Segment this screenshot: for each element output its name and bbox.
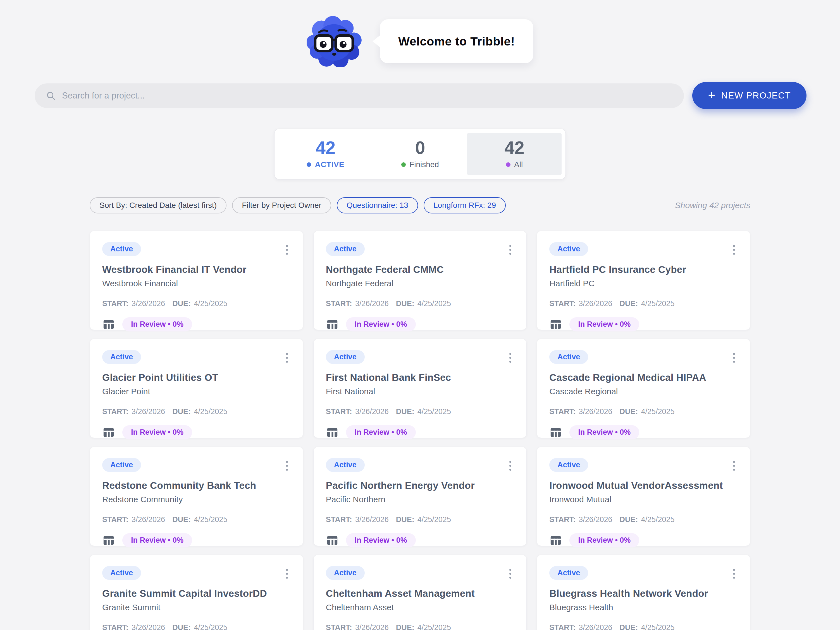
- progress-status-pill[interactable]: In Review • 0%: [569, 425, 639, 439]
- project-title: Cascade Regional Medical HIPAA: [549, 372, 738, 383]
- project-dates: START: 3/26/2026 DUE: 4/25/2025: [326, 623, 515, 630]
- kebab-menu-icon[interactable]: [730, 351, 738, 365]
- stat-finished-label: Finished: [409, 160, 439, 169]
- start-date: 3/26/2026: [355, 623, 389, 630]
- project-subtitle: Hartfield PC: [549, 279, 738, 288]
- project-dates: START: 3/26/2026 DUE: 4/25/2025: [102, 407, 291, 416]
- project-card[interactable]: Active Redstone Community Bank Tech Reds…: [90, 447, 303, 546]
- project-subtitle: Westbrook Financial: [102, 279, 291, 288]
- progress-status-pill[interactable]: In Review • 0%: [122, 425, 192, 439]
- project-card[interactable]: Active Cascade Regional Medical HIPAA Ca…: [537, 339, 750, 438]
- start-label: START:: [326, 515, 352, 524]
- project-title: Pacific Northern Energy Vendor: [326, 480, 515, 491]
- stat-all[interactable]: 42 All: [467, 133, 562, 175]
- project-title: Westbrook Financial IT Vendor: [102, 264, 291, 275]
- project-subtitle: Granite Summit: [102, 603, 291, 612]
- longform-rfx-filter-button[interactable]: Longform RFx: 29: [424, 197, 506, 213]
- progress-status-pill[interactable]: In Review • 0%: [569, 317, 639, 331]
- progress-status-pill[interactable]: In Review • 0%: [122, 533, 192, 547]
- status-badge: Active: [549, 458, 588, 472]
- project-card[interactable]: Active Ironwood Mutual VendorAssessment …: [537, 447, 750, 546]
- project-card[interactable]: Active Northgate Federal CMMC Northgate …: [313, 231, 527, 330]
- project-title: First National Bank FinSec: [326, 372, 515, 383]
- due-label: DUE:: [172, 515, 191, 524]
- search-input[interactable]: [62, 91, 678, 101]
- card-footer: In Review • 0%: [326, 425, 515, 439]
- kebab-menu-icon[interactable]: [283, 459, 291, 473]
- due-date: 4/25/2025: [417, 515, 451, 524]
- kebab-menu-icon[interactable]: [730, 243, 738, 257]
- table-icon: [326, 534, 339, 547]
- kebab-menu-icon[interactable]: [507, 351, 514, 365]
- search-bar[interactable]: [35, 83, 684, 108]
- kebab-menu-icon[interactable]: [507, 567, 514, 581]
- due-date: 4/25/2025: [194, 299, 227, 308]
- progress-status-pill[interactable]: In Review • 0%: [346, 425, 416, 439]
- progress-status-pill[interactable]: In Review • 0%: [346, 317, 416, 331]
- hero-header: Welcome to Tribble!: [0, 0, 840, 67]
- project-card[interactable]: Active Hartfield PC Insurance Cyber Hart…: [537, 231, 750, 330]
- project-card[interactable]: Active Cheltenham Asset Management Chelt…: [313, 555, 527, 630]
- new-project-label: NEW PROJECT: [721, 90, 791, 101]
- project-subtitle: Redstone Community: [102, 495, 291, 504]
- kebab-menu-icon[interactable]: [283, 567, 291, 581]
- stat-finished[interactable]: 0 Finished: [373, 133, 467, 175]
- project-card[interactable]: Active Glacier Point Utilities OT Glacie…: [90, 339, 303, 438]
- project-card[interactable]: Active First National Bank FinSec First …: [313, 339, 527, 438]
- kebab-menu-icon[interactable]: [283, 351, 291, 365]
- card-footer: In Review • 0%: [549, 317, 738, 331]
- card-footer: In Review • 0%: [102, 425, 291, 439]
- project-dates: START: 3/26/2026 DUE: 4/25/2025: [102, 299, 291, 308]
- filter-owner-button[interactable]: Filter by Project Owner: [232, 197, 331, 213]
- card-header: Active: [326, 350, 515, 365]
- project-card[interactable]: Active Westbrook Financial IT Vendor Wes…: [90, 231, 303, 330]
- progress-status-pill[interactable]: In Review • 0%: [569, 533, 639, 547]
- due-label: DUE:: [619, 407, 638, 416]
- card-footer: In Review • 0%: [102, 317, 291, 331]
- project-dates: START: 3/26/2026 DUE: 4/25/2025: [549, 299, 738, 308]
- project-subtitle: Glacier Point: [102, 387, 291, 396]
- project-title: Ironwood Mutual VendorAssessment: [549, 480, 738, 491]
- tribble-mascot-icon: [306, 16, 363, 67]
- progress-status-pill[interactable]: In Review • 0%: [346, 533, 416, 547]
- progress-status-pill[interactable]: In Review • 0%: [122, 317, 192, 331]
- project-subtitle: Northgate Federal: [326, 279, 515, 288]
- due-date: 4/25/2025: [417, 299, 451, 308]
- project-card[interactable]: Active Granite Summit Capital InvestorDD…: [90, 555, 303, 630]
- due-label: DUE:: [396, 299, 414, 308]
- card-header: Active: [326, 242, 515, 257]
- kebab-menu-icon[interactable]: [730, 459, 738, 473]
- questionnaire-filter-button[interactable]: Questionnaire: 13: [337, 197, 418, 213]
- start-label: START:: [549, 623, 576, 630]
- project-dates: START: 3/26/2026 DUE: 4/25/2025: [102, 623, 291, 630]
- kebab-menu-icon[interactable]: [283, 243, 291, 257]
- kebab-menu-icon[interactable]: [507, 459, 514, 473]
- status-badge: Active: [549, 242, 588, 256]
- stat-finished-value: 0: [415, 139, 425, 157]
- kebab-menu-icon[interactable]: [730, 567, 738, 581]
- all-dot-icon: [506, 162, 510, 167]
- due-date: 4/25/2025: [417, 623, 451, 630]
- start-date: 3/26/2026: [355, 515, 389, 524]
- card-header: Active: [549, 242, 738, 257]
- table-icon: [102, 426, 115, 439]
- finished-dot-icon: [401, 162, 406, 167]
- project-title: Cheltenham Asset Management: [326, 588, 515, 599]
- project-subtitle: Cascade Regional: [549, 387, 738, 396]
- project-title: Redstone Community Bank Tech: [102, 480, 291, 491]
- project-card[interactable]: Active Bluegrass Health Network Vendor B…: [537, 555, 750, 630]
- card-footer: In Review • 0%: [326, 317, 515, 331]
- project-card[interactable]: Active Pacific Northern Energy Vendor Pa…: [313, 447, 527, 546]
- start-date: 3/26/2026: [131, 623, 165, 630]
- filter-pill-group: Sort By: Created Date (latest first) Fil…: [90, 197, 506, 213]
- new-project-button[interactable]: + NEW PROJECT: [692, 82, 807, 109]
- project-stats-card: 42 ACTIVE 0 Finished 42 All: [274, 129, 566, 180]
- kebab-menu-icon[interactable]: [507, 243, 514, 257]
- due-label: DUE:: [172, 299, 191, 308]
- project-title: Bluegrass Health Network Vendor: [549, 588, 738, 599]
- stat-active[interactable]: 42 ACTIVE: [278, 133, 373, 175]
- due-date: 4/25/2025: [417, 407, 451, 416]
- start-label: START:: [102, 407, 128, 416]
- project-dates: START: 3/26/2026 DUE: 4/25/2025: [326, 515, 515, 524]
- sort-by-button[interactable]: Sort By: Created Date (latest first): [90, 197, 226, 213]
